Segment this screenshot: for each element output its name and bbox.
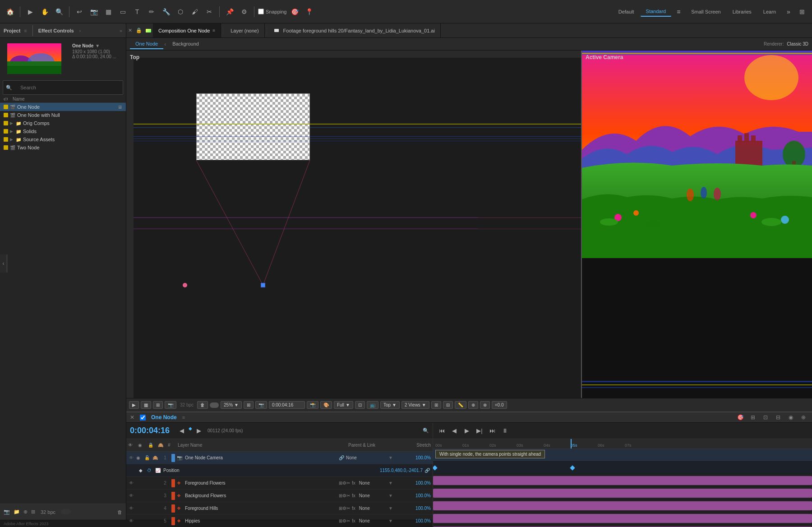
camera-btn[interactable]: 📷 (165, 401, 176, 409)
comp-tab-lock[interactable]: 🔒 (134, 28, 144, 33)
workspace-small-screen[interactable]: Small Screen (686, 7, 726, 16)
layer-4-eye[interactable]: 👁 (128, 506, 134, 511)
project-item-solids[interactable]: ▶ 📁 Solids (0, 127, 126, 135)
snapping-control[interactable]: Snapping (258, 9, 287, 14)
pin-tool[interactable]: 📌 (223, 5, 236, 18)
camera-tool[interactable]: 📷 (88, 5, 100, 18)
layer-1-eye[interactable]: 👁 (128, 455, 134, 460)
snapping-checkbox[interactable] (258, 9, 264, 14)
layer-1-solo[interactable]: ◉ (136, 455, 143, 460)
tl-motion-blur-icon[interactable]: 🎯 (735, 412, 745, 422)
workspace-default[interactable]: Default (613, 7, 640, 16)
offset-display[interactable]: +0.0 (492, 401, 507, 409)
comp-tab-composition[interactable]: Composition One Node ≡ (153, 23, 221, 37)
project-item-one-node[interactable]: 🎬 One Node 🖥 (0, 103, 126, 111)
project-item-orig-comps[interactable]: ▶ 📁 Orig Comps (0, 119, 126, 127)
panel-expand-btn[interactable]: » (120, 28, 122, 33)
grid-btn[interactable]: ⊞ (153, 401, 163, 409)
workspace-libraries[interactable]: Libraries (727, 7, 757, 16)
workspace-learn[interactable]: Learn (758, 7, 781, 16)
mask-btn[interactable]: ⊗ (480, 401, 490, 409)
layer-1-shy[interactable]: 🙈 (152, 455, 159, 460)
tl-solo-mode-icon[interactable]: ◉ (786, 412, 796, 422)
rotate-tool[interactable]: ↩ (73, 5, 86, 18)
position-value[interactable]: 1155.0,480.0,-2401.7 (380, 468, 423, 473)
safe-zones-btn[interactable]: ⊟ (443, 401, 453, 409)
effect-controls-menu[interactable]: › (79, 28, 81, 33)
stopwatch-icon[interactable]: ⏱ (147, 468, 153, 473)
tl-next-frame[interactable]: ▶| (475, 426, 484, 436)
kf-next-btn[interactable]: ▶ (194, 426, 204, 436)
expand-arrow-5[interactable]: ▶ (10, 137, 13, 142)
quality-dropdown[interactable]: Full ▼ (334, 401, 353, 409)
comp-tab-close[interactable]: ✕ (126, 28, 134, 33)
tl-ram-preview[interactable]: ⏸ (500, 426, 510, 436)
project-item-source-assets[interactable]: ▶ 📁 Source Assets (0, 135, 126, 143)
workspace-settings-btn[interactable]: ⊞ (796, 5, 808, 18)
kf-btn[interactable]: ◆ (139, 468, 145, 473)
fit-btn[interactable]: ⊞ (244, 401, 254, 409)
puppet-tool[interactable]: 🔧 (160, 5, 172, 18)
new-item-icon[interactable]: ⊕ (23, 509, 28, 515)
tl-draft-icon[interactable]: ⊡ (761, 412, 770, 422)
delete-icon[interactable]: 🗑 (117, 509, 122, 515)
comp-dropdown-arrow[interactable]: ▼ (95, 43, 100, 48)
bpc-toggle[interactable] (61, 509, 71, 515)
workspace-more-btn[interactable]: » (782, 5, 795, 18)
aspect-btn[interactable]: ⊞ (431, 401, 441, 409)
project-search-input[interactable] (18, 83, 116, 92)
views-count-dropdown[interactable]: 2 Views ▼ (401, 401, 429, 409)
timeline-close-btn[interactable]: ✕ (130, 414, 134, 421)
guides-btn[interactable]: ⊕ (468, 401, 478, 409)
channel-btn[interactable]: 🎨 (320, 401, 332, 409)
roto-tool[interactable]: ⬡ (174, 5, 187, 18)
tl-layer-switches-icon[interactable]: ⊟ (773, 412, 783, 422)
layer-1-lock[interactable]: 🔓 (144, 455, 151, 460)
layer-2-eye[interactable]: 👁 (128, 481, 134, 485)
timecode-display[interactable]: 0:00:04:16 (269, 401, 305, 409)
kf-prev-btn[interactable]: ◀ (177, 426, 187, 436)
workspace-menu-btn[interactable]: ≡ (672, 5, 685, 18)
brush-tool[interactable]: 🖌 (189, 5, 201, 18)
workspace-standard[interactable]: Standard (641, 7, 672, 17)
timeline-timecode-display[interactable]: 0:00:04:16 (130, 426, 170, 435)
l5-drop[interactable]: ▼ (388, 518, 393, 523)
comp-tab-footage[interactable]: Footage foreground hills 20/Fantasy_land… (269, 23, 441, 37)
render-btn[interactable]: 📺 (367, 401, 378, 409)
graph-icon[interactable]: 📈 (155, 468, 161, 473)
project-menu-btn[interactable]: ≡ (24, 28, 27, 33)
new-solid-icon[interactable]: ⊞ (31, 509, 35, 515)
comp-btn[interactable]: ⊡ (355, 401, 365, 409)
tl-prev-frame[interactable]: ◀ (449, 426, 459, 436)
timeline-menu-btn[interactable]: ≡ (182, 415, 185, 420)
tl-play[interactable]: ▶ (462, 426, 472, 436)
viewer-tab-background[interactable]: Background (167, 39, 204, 49)
comp-tab-menu[interactable]: ≡ (212, 28, 215, 33)
project-item-two-node[interactable]: 🎬 Two Node (0, 143, 126, 152)
pin2-btn[interactable]: 📍 (303, 5, 316, 18)
l4-drop[interactable]: ▼ (388, 506, 393, 511)
tl-first-frame[interactable]: ⏮ (437, 426, 447, 436)
layer-3-eye[interactable]: 👁 (128, 493, 134, 498)
timeline-layer-5[interactable]: 👁 5 ❖ Hippies ⊞⚙✂ fx None ▼ (126, 515, 433, 527)
left-panel-toggle[interactable]: ‹ (0, 254, 7, 273)
new-comp-icon[interactable]: 📷 (4, 509, 10, 515)
project-item-one-node-null[interactable]: 🎬 One Node with Null (0, 111, 126, 119)
quality-toggle[interactable] (210, 402, 219, 408)
layer-2-parent-drop[interactable]: ▼ (388, 481, 393, 485)
tl-last-frame[interactable]: ⏭ (487, 426, 497, 436)
timeline-layer-3[interactable]: 👁 3 ❖ Background Flowers ⊞⚙✂ fx None ▼ (126, 490, 433, 502)
tl-frame-blend-icon[interactable]: ⊞ (748, 412, 758, 422)
snapshot-btn[interactable]: 📸 (307, 401, 318, 409)
expr-tool[interactable]: ⚙ (238, 5, 250, 18)
home-button[interactable]: 🏠 (4, 5, 16, 18)
new-folder-icon[interactable]: 📁 (14, 509, 20, 515)
view-mode-dropdown[interactable]: Top ▼ (380, 401, 400, 409)
pen-tool[interactable]: ✏ (145, 5, 158, 18)
expand-arrow-4[interactable]: ▶ (10, 129, 13, 134)
text-tool[interactable]: T (131, 5, 143, 18)
layer-5-eye[interactable]: 👁 (128, 518, 134, 523)
frame-btn[interactable]: ▦ (141, 401, 151, 409)
track-btn[interactable]: 🎯 (289, 5, 301, 18)
timeline-layer-1[interactable]: 👁 ◉ 🔓 🙈 1 📷 One Node Camera 🔗 None ▼ (126, 452, 433, 464)
